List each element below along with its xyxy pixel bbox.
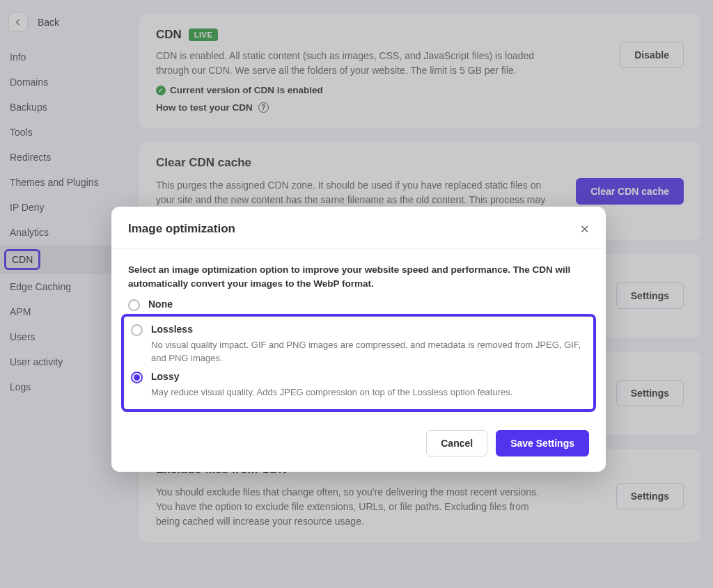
cdn-status: Current version of CDN is enabled — [156, 85, 684, 95]
cdn-card-title: CDN LIVE — [156, 28, 684, 42]
settings-button-3[interactable]: Settings — [616, 483, 684, 509]
save-settings-button[interactable]: Save Settings — [496, 430, 589, 456]
arrow-left-icon — [13, 17, 23, 27]
radio-desc-lossy: May reduce visual quality. Adds JPEG com… — [151, 386, 586, 399]
highlight-box: Lossless No visual quality impact. GIF a… — [121, 314, 596, 412]
modal-footer: Cancel Save Settings — [111, 419, 606, 472]
howto-link[interactable]: How to test your CDN ? — [156, 102, 684, 113]
cancel-button[interactable]: Cancel — [426, 430, 487, 456]
back-label: Back — [38, 17, 59, 28]
sidebar-item-redirects[interactable]: Redirects — [0, 145, 139, 170]
disable-button[interactable]: Disable — [620, 42, 684, 68]
modal-intro: Select an image optimization option to i… — [128, 263, 589, 290]
radio-label-lossless: Lossless — [151, 324, 193, 335]
exclude-desc1: You should exclude files that change oft… — [156, 485, 546, 500]
image-optimization-modal: Image optimization ✕ Select an image opt… — [111, 207, 606, 472]
radio-icon-selected — [131, 372, 143, 383]
radio-option-lossless[interactable]: Lossless — [131, 324, 586, 336]
modal-header: Image optimization ✕ — [111, 207, 606, 249]
radio-desc-lossless: No visual quality impact. GIF and PNG im… — [151, 339, 586, 365]
sidebar-item-tools[interactable]: Tools — [0, 120, 139, 145]
radio-label-lossy: Lossy — [151, 371, 179, 382]
sidebar-item-backups[interactable]: Backups — [0, 95, 139, 120]
sidebar-item-domains[interactable]: Domains — [0, 70, 139, 95]
back-button[interactable] — [8, 13, 28, 32]
exclude-desc2: You have the option to exclude file exte… — [156, 500, 546, 529]
modal-body: Select an image optimization option to i… — [111, 249, 606, 419]
cdn-card: CDN LIVE CDN is enabled. All static cont… — [139, 14, 700, 128]
clear-title: Clear CDN cache — [156, 156, 684, 170]
sidebar-item-themes[interactable]: Themes and Plugins — [0, 170, 139, 195]
sidebar-item-info[interactable]: Info — [0, 45, 139, 70]
radio-icon — [128, 299, 140, 311]
help-icon: ? — [258, 102, 269, 113]
settings-button-1[interactable]: Settings — [616, 283, 684, 309]
radio-icon — [131, 324, 143, 336]
clear-cache-button[interactable]: Clear CDN cache — [576, 178, 684, 205]
live-badge: LIVE — [189, 29, 218, 41]
back-row: Back — [0, 7, 139, 45]
close-icon[interactable]: ✕ — [580, 223, 589, 236]
radio-option-none[interactable]: None — [128, 299, 589, 311]
settings-button-2[interactable]: Settings — [616, 380, 684, 406]
radio-label-none: None — [148, 299, 173, 310]
radio-option-lossy[interactable]: Lossy — [131, 371, 586, 383]
modal-title: Image optimization — [128, 222, 235, 236]
cdn-card-desc: CDN is enabled. All static content (such… — [156, 49, 546, 78]
check-circle-icon — [156, 86, 166, 95]
